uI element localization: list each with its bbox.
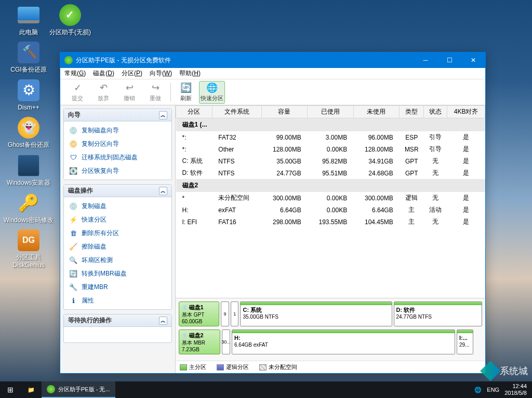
panel-item[interactable]: 💽分区恢复向导 bbox=[64, 164, 171, 177]
pending-panel-header[interactable]: 等待执行的操作 ︽ bbox=[64, 314, 171, 327]
redo-icon: ↪ bbox=[150, 82, 161, 93]
partition-block[interactable]: H:6.64GB exFAT bbox=[232, 330, 455, 354]
column-header[interactable]: 文件系统 bbox=[212, 106, 261, 118]
item-icon: 🧹 bbox=[69, 242, 77, 251]
column-header[interactable]: 未使用 bbox=[353, 106, 399, 118]
tiny-partition[interactable]: 1 bbox=[231, 301, 239, 326]
close-button[interactable]: ✕ bbox=[461, 52, 485, 68]
disk-header-row[interactable]: 磁盘1 (... bbox=[176, 118, 485, 132]
disk-header-row[interactable]: 磁盘2 bbox=[176, 179, 485, 192]
desktop-icon-cgi-backup[interactable]: CGI备份还原 bbox=[3, 40, 55, 73]
taskbar-app-button[interactable]: 分区助手PE版 - 无... bbox=[42, 381, 115, 398]
partition-block[interactable]: D: 软件24.77GB NTFS bbox=[394, 301, 482, 326]
desktop-icon-partition-assist[interactable]: 分区助手(无损) bbox=[44, 3, 96, 36]
file-explorer-icon[interactable]: 📁 bbox=[21, 381, 42, 398]
toolbar-discard-button: ↶放弃 bbox=[90, 81, 116, 104]
menu-帮助[interactable]: 帮助(H) bbox=[179, 69, 201, 78]
panel-item[interactable]: ℹ属性 bbox=[64, 294, 171, 307]
watermark: 系统城 bbox=[483, 364, 528, 378]
desktop-icon-win-installer[interactable]: Windows安装器 bbox=[3, 153, 55, 186]
panel-item[interactable]: 💿复制磁盘向导 bbox=[64, 123, 171, 137]
column-header[interactable]: 类型 bbox=[400, 106, 424, 118]
desktop-icon-diskgenius[interactable]: DG分区工具DiskGenius bbox=[3, 228, 55, 269]
partition-table: 分区文件系统容量已使用未使用类型状态4KB对齐 磁盘1 (...*:FAT329… bbox=[176, 105, 485, 298]
panel-item[interactable]: 🔄转换到MBR磁盘 bbox=[64, 267, 171, 280]
taskbar: ⊞ 📁 分区助手PE版 - 无... 🌐 ENG 12:44 2018/5/8 bbox=[0, 381, 532, 398]
column-header[interactable]: 状态 bbox=[424, 106, 447, 118]
item-icon: ⚡ bbox=[69, 215, 77, 224]
menubar: 常规(G)磁盘(D)分区(P)向导(W)帮助(H) bbox=[60, 68, 485, 79]
start-button[interactable]: ⊞ bbox=[0, 381, 21, 398]
disk-bar[interactable]: 💿 磁盘2基本 MBR7.23GB30...H:6.64GB exFATI:..… bbox=[179, 330, 482, 354]
column-header[interactable]: 已使用 bbox=[308, 106, 353, 118]
panel-item[interactable]: 📀复制分区向导 bbox=[64, 137, 171, 150]
panel-item[interactable]: ⚡快速分区 bbox=[64, 213, 171, 226]
network-icon[interactable]: 🌐 bbox=[474, 387, 482, 393]
panel-item[interactable]: 🔧重建MBR bbox=[64, 280, 171, 294]
item-icon: 💿 bbox=[69, 126, 77, 134]
partition-row[interactable]: *:FAT3299.00MB3.00MB96.00MBESP引导是 bbox=[176, 131, 485, 143]
toolbar-quick-button[interactable]: 🌐快速分区 bbox=[199, 81, 225, 104]
column-header[interactable]: 容量 bbox=[261, 106, 307, 118]
quick-icon: 🌐 bbox=[206, 82, 218, 93]
diskops-panel-header[interactable]: 磁盘操作 ︽ bbox=[64, 185, 171, 197]
panel-item[interactable]: 🗑删除所有分区 bbox=[64, 226, 171, 240]
desktop-icon-dism[interactable]: ⚙Dism++ bbox=[3, 78, 55, 111]
menu-向导[interactable]: 向导(W) bbox=[150, 69, 172, 78]
collapse-icon[interactable]: ︽ bbox=[159, 187, 167, 195]
column-header[interactable]: 分区 bbox=[176, 106, 212, 118]
minimize-button[interactable]: ─ bbox=[414, 52, 437, 68]
item-icon: 🗑 bbox=[69, 229, 77, 237]
window-title: 分区助手PE版 - 无损分区免费软件 bbox=[76, 56, 171, 65]
panel-item[interactable]: 🧹擦除磁盘 bbox=[64, 240, 171, 253]
disk-bar[interactable]: 💿 磁盘1基本 GPT60.00GB91C: 系统35.00GB NTFSD: … bbox=[179, 301, 482, 326]
disk-visualization: 💿 磁盘1基本 GPT60.00GB91C: 系统35.00GB NTFSD: … bbox=[176, 298, 485, 361]
legend: 主分区 逻辑分区 未分配空间 bbox=[176, 361, 485, 373]
partition-block[interactable]: C: 系统35.00GB NTFS bbox=[240, 301, 392, 326]
collapse-icon[interactable]: ︽ bbox=[159, 317, 167, 325]
partition-block[interactable]: I:...29... bbox=[457, 330, 473, 354]
tiny-partition[interactable]: 9 bbox=[221, 301, 229, 326]
logical-swatch bbox=[217, 364, 224, 370]
partition-row[interactable]: *:Other128.00MB0.00KB128.00MBMSR引导是 bbox=[176, 143, 485, 155]
desktop-icon-win-pwd[interactable]: 🔑Windows密码修改 bbox=[3, 190, 55, 224]
toolbar: ✓提交↶放弃↩撤销↪重做🔄刷新🌐快速分区 bbox=[60, 79, 485, 105]
app-icon bbox=[64, 56, 73, 64]
partition-row[interactable]: C: 系统NTFS35.00GB95.82MB34.91GBGPT无是 bbox=[176, 155, 485, 167]
toolbar-undo-button: ↩撤销 bbox=[116, 81, 142, 104]
wizard-panel: 向导 ︽ 💿复制磁盘向导📀复制分区向导🛡迁移系统到固态磁盘💽分区恢复向导 bbox=[63, 108, 172, 180]
commit-icon: ✓ bbox=[72, 82, 83, 93]
item-icon: 🔍 bbox=[69, 256, 77, 264]
partition-row[interactable]: *未分配空间300.00MB0.00KB300.00MB逻辑无是 bbox=[176, 192, 485, 204]
tiny-partition[interactable]: 30... bbox=[222, 330, 230, 354]
partition-row[interactable]: I: EFIFAT16298.00MB193.55MB104.45MB主无是 bbox=[176, 216, 485, 228]
clock[interactable]: 12:44 2018/5/8 bbox=[504, 383, 527, 396]
titlebar[interactable]: 分区助手PE版 - 无损分区免费软件 ─ ☐ ✕ bbox=[60, 52, 485, 68]
menu-常规[interactable]: 常规(G) bbox=[64, 69, 86, 78]
right-panel: 分区文件系统容量已使用未使用类型状态4KB对齐 磁盘1 (...*:FAT329… bbox=[176, 105, 485, 373]
item-icon: 📀 bbox=[69, 140, 77, 148]
language-indicator[interactable]: ENG bbox=[487, 387, 499, 393]
left-panel: 向导 ︽ 💿复制磁盘向导📀复制分区向导🛡迁移系统到固态磁盘💽分区恢复向导 磁盘操… bbox=[60, 105, 176, 373]
menu-分区[interactable]: 分区(P) bbox=[122, 69, 142, 78]
app-icon bbox=[47, 385, 55, 393]
maximize-button[interactable]: ☐ bbox=[437, 52, 461, 68]
partition-row[interactable]: H:exFAT6.64GB0.00KB6.64GB主活动是 bbox=[176, 204, 485, 216]
primary-swatch bbox=[180, 364, 187, 370]
toolbar-commit-button: ✓提交 bbox=[64, 81, 90, 104]
menu-磁盘[interactable]: 磁盘(D) bbox=[93, 69, 114, 78]
collapse-icon[interactable]: ︽ bbox=[159, 111, 167, 119]
panel-item[interactable]: 🔍坏扇区检测 bbox=[64, 253, 171, 267]
disk-info: 💿 磁盘2基本 MBR7.23GB bbox=[179, 330, 220, 354]
undo-icon: ↩ bbox=[124, 82, 135, 93]
desktop-icon-ghost-backup[interactable]: 👻Ghost备份还原 bbox=[3, 115, 55, 148]
column-header[interactable]: 4KB对齐 bbox=[447, 106, 485, 118]
panel-item[interactable]: 💿复制磁盘 bbox=[64, 199, 171, 213]
panel-item[interactable]: 🛡迁移系统到固态磁盘 bbox=[64, 150, 171, 164]
item-icon: 🛡 bbox=[69, 153, 77, 161]
wizard-panel-header[interactable]: 向导 ︽ bbox=[64, 109, 171, 121]
partition-row[interactable]: D: 软件NTFS24.77GB95.51MB24.68GBGPT无是 bbox=[176, 167, 485, 179]
discard-icon: ↶ bbox=[98, 82, 109, 93]
item-icon: ℹ bbox=[69, 296, 77, 305]
toolbar-refresh-button[interactable]: 🔄刷新 bbox=[173, 81, 199, 104]
